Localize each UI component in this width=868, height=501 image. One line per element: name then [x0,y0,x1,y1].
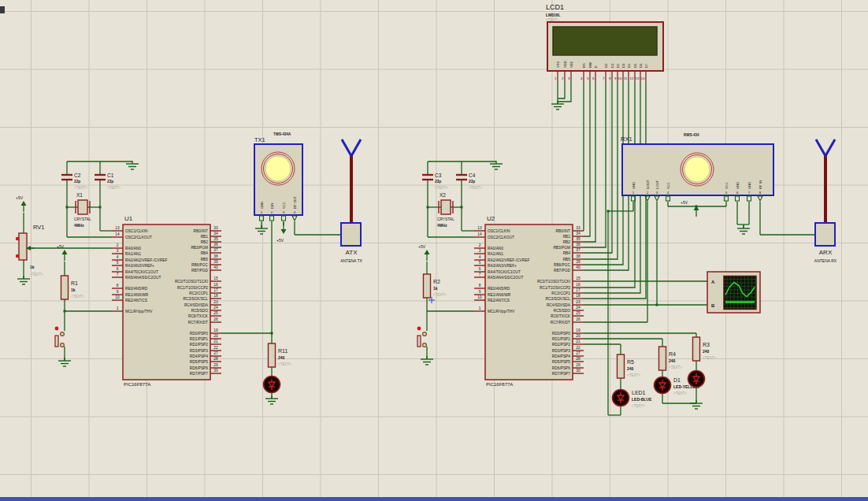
power-terminal[interactable]: +5V [681,200,699,217]
capacitor-C3[interactable]: C322p<TEXT> [422,173,448,190]
ic-U1[interactable]: U1PIC16F877A13OSC1/CLKIN14OSC2/CLKOUT2RA… [112,215,221,387]
power-terminal[interactable]: +5V [57,244,68,261]
resistor-body[interactable] [269,343,276,367]
pin-name: RA0/AN0 [488,247,503,250]
crystal-body[interactable] [78,200,87,214]
resistor-R3[interactable]: R3240<TEXT> [693,337,717,361]
pin-terminal-icon[interactable] [260,216,264,221]
capacitor-C2[interactable]: C222p<TEXT> [61,173,87,190]
led[interactable] [264,377,280,393]
pin-name: OSC1/CLKIN [125,229,148,233]
ic-ref: U1 [124,215,133,222]
capacitor-C1[interactable]: C122p<TEXT> [95,173,121,190]
lcd-module[interactable]: LCD1LM016L<TEXT>VSS1VDD2VEE3RS4RW5E6D07D… [546,3,663,81]
power-terminal[interactable]: +5V [418,244,430,261]
antenna-base[interactable] [341,223,361,246]
pin-number: 35 [576,237,581,241]
pin-terminal-icon[interactable] [747,196,751,201]
button-actuator[interactable] [417,336,421,347]
resistor-R4[interactable]: R4240<TEXT> [659,347,683,370]
led-body-icon[interactable] [613,390,629,406]
crystal-X1[interactable]: X1CRYSTAL4MHz [74,192,91,228]
crystal-X2[interactable]: X2CRYSTAL4MHz [437,192,454,228]
pin-number: 25 [213,311,218,315]
antenna-base[interactable] [815,223,835,246]
button-actuator[interactable] [55,336,58,347]
resistor-R5[interactable]: R5240<TEXT> [618,354,641,378]
wire[interactable] [584,81,606,247]
rf-module-RX1[interactable]: RX1RWS-434GND1DOUT2LOUT3VCC4VCC5GND6GND7… [621,133,773,201]
led[interactable] [688,371,705,388]
antenna-ref: ARX [819,249,833,256]
pin-terminal-icon[interactable] [292,216,297,221]
pin-name: RB0/INT [194,229,208,233]
module-part: RWS-434 [684,133,699,137]
pin-number: 30 [213,369,218,373]
schematic-sheet: +5V+5V+5V+5V+5VU1PIC16F877A13OSC1/CLKIN1… [0,0,868,501]
resistor-body[interactable] [693,337,700,361]
resistor-body[interactable] [618,354,625,378]
pin-terminal-icon[interactable] [270,216,274,221]
pin-number: 35 [213,237,218,241]
pin-number: 8 [117,284,119,288]
push-button[interactable] [417,327,427,347]
resistor-R11[interactable]: R11240<TEXT> [269,343,292,367]
pin-terminal-icon[interactable] [725,196,729,201]
cap-value: 22p [107,180,113,184]
ic-U2[interactable]: U2PIC16F877A13OSC1/CLKIN14OSC2/CLKOUT2RA… [474,215,584,387]
resistor-body[interactable] [659,347,666,370]
pin-terminal-icon[interactable] [655,196,659,201]
pin-terminal-icon[interactable] [666,196,670,201]
pin-name: MCLR/Vpp/THV [125,310,153,314]
pin-number: 13 [115,226,120,230]
ic-ref: U2 [487,215,495,222]
pin-name: RD7/PSP7 [190,372,209,376]
push-button[interactable] [55,327,65,347]
led-body-icon[interactable] [688,371,705,388]
resistor-R2[interactable]: R21k<TEXT> [424,274,447,298]
pot-body[interactable] [19,233,27,260]
lcd-pin-number: 13 [636,76,640,80]
pin-name: RD5/PSP5 [190,360,209,364]
lcd-pin-name: D2 [616,63,620,68]
pin-name: RD4/PSP4 [190,354,209,358]
resistor-body[interactable] [61,276,69,299]
wire[interactable] [558,81,565,98]
resistor-R1[interactable]: R11k<TEXT> [61,276,85,299]
button-contact [61,343,65,347]
pin-name: RB5 [201,258,209,262]
resistor-body[interactable] [424,274,431,298]
pin-name: RC2/CCP1 [551,291,570,295]
crystal-body[interactable] [441,200,451,214]
pin-terminal-icon[interactable] [758,196,762,201]
led-LED1[interactable]: LED1LED-BLUE<TEXT> [613,390,652,409]
pin-name: RD1/PSP1 [552,337,571,341]
pin-number: 5 [479,261,481,265]
oscilloscope[interactable]: AB [707,272,760,313]
wire[interactable] [584,81,590,236]
module-ref: TX1 [254,136,265,143]
antenna-ARX[interactable]: ARXANTENA RX [814,139,837,263]
pin-terminal-icon[interactable] [282,216,286,221]
capacitor-C4[interactable]: C422p<TEXT> [456,173,482,190]
button-contact [61,332,65,336]
led-body-icon[interactable] [264,377,280,393]
pin-number: 40 [213,265,218,269]
resistor-ref: R4 [669,351,676,357]
pin-number: 15 [576,276,581,280]
lcd-pin-number: 7 [603,76,605,80]
potentiometer-RV1[interactable]: RV11k<TEXT> [16,224,45,276]
lcd-pin-name: D5 [633,63,637,68]
rf-module-TX1[interactable]: TX1TWS-434AGND1DIN2VCC3RF OUT4 [254,132,302,221]
antenna-ATX[interactable]: ATXANTENA TX [340,139,362,263]
button-marker-dot [55,327,59,331]
pin-number: 15 [213,276,218,280]
pin-terminal-icon[interactable] [736,196,740,201]
power-terminal[interactable]: +5V [276,222,287,243]
power-terminal[interactable]: +5V [16,195,27,212]
schematic-svg: +5V+5V+5V+5V+5VU1PIC16F877A13OSC1/CLKIN1… [0,0,868,501]
lcd-pin-number: 1 [555,76,557,80]
led-body-icon[interactable] [655,377,671,394]
power-label: +5V [276,238,284,243]
pin-number: 19 [213,328,218,332]
